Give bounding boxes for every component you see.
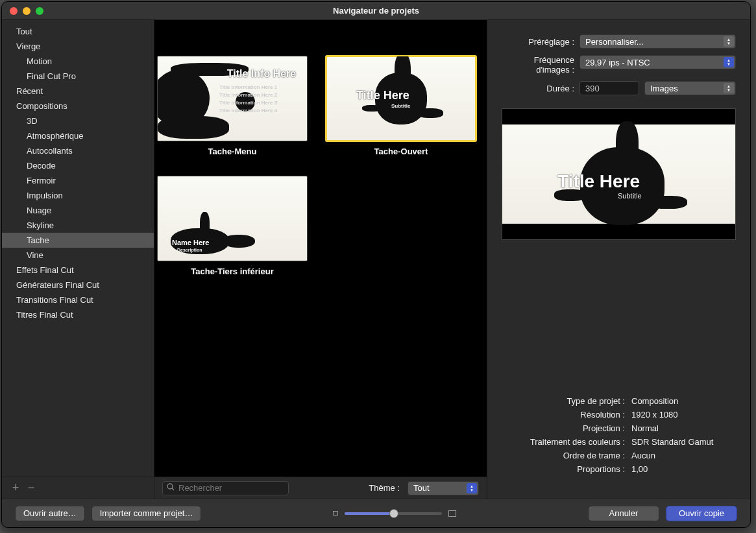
sidebar-item[interactable]: Vierge [2,39,154,54]
theme-select[interactable]: Tout ▲▼ [408,481,479,495]
window-controls [2,7,43,15]
chevron-updown-icon: ▲▼ [724,36,734,47]
meta-label: Proportions : [502,464,631,474]
meta-row: Ordre de trame :Aucun [502,451,736,460]
sidebar-item[interactable]: Nuage [2,203,154,218]
sidebar-item[interactable]: Impulsion [2,188,154,203]
zoom-slider-group [208,510,581,517]
project-meta: Type de projet :CompositionRésolution :1… [502,396,736,478]
thumbnail-image: Title HereSubtitle [326,56,476,141]
chevron-updown-icon: ▲▼ [467,483,477,493]
chevron-updown-icon: ▲▼ [724,83,734,93]
search-input[interactable] [162,481,289,495]
meta-row: Résolution :1920 x 1080 [502,410,736,420]
inspector-pane: Préréglage : Personnaliser... ▲▼ Fréquen… [487,20,750,499]
thumbnail-image: Title Info HereTitle Information Here 1T… [157,56,308,141]
thumb-small-icon[interactable] [333,511,338,515]
sidebar-item[interactable]: Motion [2,54,154,69]
meta-value: Aucun [631,451,655,460]
thumbnail-label: Tache-Tiers inférieur [157,266,308,276]
sidebar-item[interactable]: Transitions Final Cut [2,292,154,307]
preset-row: Préréglage : Personnaliser... ▲▼ [502,34,736,49]
preview-subtitle: Subtitle [618,192,642,200]
meta-label: Ordre de trame : [502,451,631,460]
maximize-icon[interactable] [36,7,43,15]
theme-select-value: Tout [413,483,430,493]
meta-value: 1,00 [631,464,648,474]
sidebar-item[interactable]: Atmosphérique [2,128,154,143]
sidebar-item[interactable]: Générateurs Final Cut [2,278,154,292]
fps-select[interactable]: 29,97 ips - NTSC ▲▼ [579,55,736,69]
thumbnail-label: Tache-Menu [157,147,308,156]
duration-input[interactable]: 390 [579,81,639,95]
close-icon[interactable] [10,7,18,15]
cancel-button[interactable]: Annuler [588,506,659,521]
open-other-button[interactable]: Ouvrir autre… [15,506,85,521]
meta-value: SDR Standard Gamut [631,437,713,447]
thumbnail-grid: Title Info HereTitle Information Here 1T… [154,20,487,477]
preview-thumbnail: Title Here Subtitle [502,108,736,240]
sidebar-item[interactable]: Final Cut Pro [2,69,154,84]
duration-unit-select[interactable]: Images ▲▼ [644,81,736,95]
sidebar-item[interactable]: Tout [2,24,154,39]
meta-label: Résolution : [502,410,631,420]
add-button[interactable]: + [8,482,23,495]
sidebar-footer: + − [2,477,154,499]
project-browser-window: Navigateur de projets ToutViergeMotionFi… [1,1,751,528]
thumbnail-card[interactable]: Title Info HereTitle Information Here 1T… [157,56,308,156]
sidebar-item[interactable]: Vine [2,248,154,263]
thumb-large-icon[interactable] [448,510,456,517]
sidebar-item[interactable]: Effets Final Cut [2,263,154,278]
sidebar-item[interactable]: Autocollants [2,143,154,158]
search-icon [167,483,175,493]
minimize-icon[interactable] [23,7,30,15]
preview-title: Title Here [557,171,640,192]
sidebar: ToutViergeMotionFinal Cut ProRécentCompo… [2,20,154,499]
preset-value: Personnaliser... [585,37,644,47]
titlebar: Navigateur de projets [2,2,750,20]
duration-value: 390 [585,84,600,93]
fps-label: Fréquence d'images : [502,55,579,75]
sidebar-item[interactable]: Titres Final Cut [2,307,154,322]
zoom-slider[interactable] [345,512,442,515]
duration-unit: Images [650,84,678,93]
meta-label: Type de projet : [502,396,631,406]
meta-value: Composition [631,396,678,406]
preset-select[interactable]: Personnaliser... ▲▼ [579,34,736,49]
sidebar-item[interactable]: Skyline [2,218,154,233]
fps-row: Fréquence d'images : 29,97 ips - NTSC ▲▼ [502,55,736,75]
sidebar-item[interactable]: Compositions [2,99,154,113]
thumbnail-card[interactable]: Name HereDescriptionTache-Tiers inférieu… [157,176,308,276]
svg-point-0 [167,484,173,489]
meta-label: Projection : [502,423,631,433]
sidebar-item[interactable]: Tache [2,233,154,248]
open-copy-button[interactable]: Ouvrir copie [666,506,737,521]
window-title: Navigateur de projets [2,6,750,16]
thumbnail-image: Name HereDescription [157,176,308,261]
browser-footer: Thème : Tout ▲▼ [154,477,487,499]
bottom-bar: Ouvrir autre… Importer comme projet… Ann… [2,499,750,527]
thumbnail-label: Tache-Ouvert [326,147,476,156]
chevron-updown-icon: ▲▼ [724,57,734,67]
browser-pane: Title Info HereTitle Information Here 1T… [154,20,487,499]
sidebar-item[interactable]: Fermoir [2,173,154,188]
meta-row: Projection :Normal [502,423,736,433]
sidebar-item[interactable]: 3D [2,113,154,128]
search-field[interactable] [178,483,287,493]
category-tree: ToutViergeMotionFinal Cut ProRécentCompo… [2,20,154,477]
preset-label: Préréglage : [502,37,579,47]
remove-button[interactable]: − [24,482,38,495]
meta-value: Normal [631,423,659,433]
thumbnail-card[interactable]: Title HereSubtitleTache-Ouvert [326,56,476,156]
meta-row: Traitement des couleurs :SDR Standard Ga… [502,437,736,447]
sidebar-item[interactable]: Récent [2,84,154,99]
body: ToutViergeMotionFinal Cut ProRécentCompo… [2,20,750,499]
theme-label: Thème : [369,483,400,493]
duration-label: Durée : [502,84,579,93]
sidebar-item[interactable]: Decode [2,158,154,173]
meta-label: Traitement des couleurs : [502,437,631,447]
meta-value: 1920 x 1080 [631,410,678,420]
import-project-button[interactable]: Importer comme projet… [91,506,202,521]
slider-thumb[interactable] [389,509,398,518]
meta-row: Proportions :1,00 [502,464,736,474]
